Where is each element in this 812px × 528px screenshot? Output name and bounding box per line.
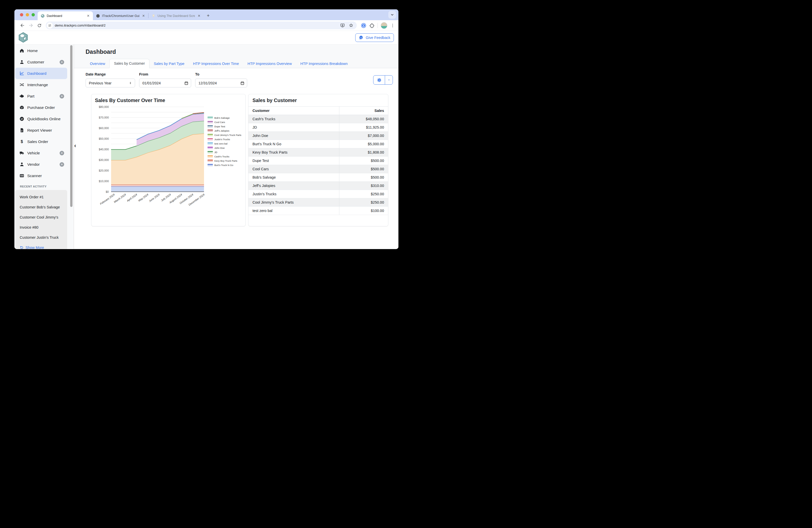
legend-item-justin-s-trucks[interactable]: Justin's Trucks (207, 138, 243, 141)
menu-kebab-icon[interactable] (390, 23, 395, 28)
tab-htp-impressions-overview[interactable]: HTP Impressions Overview (243, 59, 296, 68)
sidebar-item-scanner[interactable]: Scanner (15, 170, 67, 181)
profile-avatar[interactable] (381, 22, 387, 29)
svg-text:May 2024: May 2024 (137, 193, 149, 202)
address-bar[interactable]: demo.itrackpro.com/#/dashboard/2 (46, 22, 357, 29)
close-window-button[interactable] (20, 13, 23, 16)
table-row[interactable]: Kevy Boy Truck Parts$1,808.00 (248, 148, 388, 157)
dollar-icon: $ (19, 139, 24, 144)
new-tab-button[interactable]: + (207, 13, 209, 18)
sidebar-item-purchase-order[interactable]: Purchase Order (15, 102, 67, 113)
date-range-select[interactable]: Previous Year (86, 79, 135, 87)
add-plus-button[interactable]: + (60, 60, 64, 65)
table-row[interactable]: Cool Cars$500.00 (248, 165, 388, 173)
table-row[interactable]: Bob's Salvage$500.00 (248, 173, 388, 182)
customer-cell: Bob's Salvage (248, 173, 339, 182)
bookmark-star-icon[interactable] (348, 22, 354, 29)
legend-item-jd[interactable]: JD (207, 151, 243, 154)
legend-item-cool-jimmy-s-truck-parts[interactable]: Cool Jimmy's Truck Parts (207, 134, 243, 137)
close-tab-icon[interactable]: ✕ (141, 14, 146, 18)
sidebar-item-vendor[interactable]: Vendor+ (15, 159, 67, 170)
minimize-window-button[interactable] (26, 13, 29, 16)
reload-button[interactable] (35, 21, 44, 30)
sales-table: Customer Sales Cash's Trucks$48,050.00JD… (248, 106, 388, 215)
show-more-link[interactable]: Show More (15, 243, 67, 249)
onepassword-icon[interactable] (361, 23, 366, 28)
legend-swatch (207, 138, 213, 141)
recent-activity-item[interactable]: Work Order #1 (15, 192, 67, 202)
from-date-input[interactable]: 01/01/2024 (139, 79, 191, 87)
add-plus-button[interactable]: + (60, 151, 64, 155)
table-row[interactable]: Justin's Trucks$250.00 (248, 190, 388, 198)
legend-item-burt-s-truck-n-go[interactable]: Burt's Truck N Go (207, 164, 243, 167)
tab-htp-impressions-breakdown[interactable]: HTP Impressions Breakdown (296, 59, 352, 68)
forward-button[interactable] (27, 21, 35, 30)
to-date-input[interactable]: 12/31/2024 (195, 79, 247, 87)
give-feedback-button[interactable]: Give Feedback (355, 33, 394, 42)
column-header-sales[interactable]: Sales (339, 106, 388, 115)
tab-sales-by-part-type[interactable]: Sales by Part Type (149, 59, 189, 68)
itrack-logo[interactable] (18, 32, 29, 43)
tab-search-button[interactable] (388, 11, 396, 19)
tab-overview[interactable]: Overview (86, 59, 109, 68)
legend-item-dupe-test[interactable]: Dupe Test (207, 125, 243, 128)
sidebar-item-vehicle[interactable]: Vehicle+ (15, 147, 67, 159)
recent-activity-item[interactable]: Customer Bob's Salvage (15, 202, 67, 212)
chart-legend: Bob's SalvageCool CarsDupe TestJeff's Ja… (207, 116, 243, 167)
table-row[interactable]: JD$11,925.00 (248, 123, 388, 132)
recent-activity-title: RECENT ACTIVITY (20, 185, 74, 188)
sidebar-item-sales-order[interactable]: $Sales Order (15, 136, 67, 147)
legend-item-kevy-boy-truck-parts[interactable]: Kevy Boy Truck Parts (207, 159, 243, 162)
close-tab-icon[interactable]: ✕ (197, 14, 201, 18)
screen-background: Dashboard ✕ ITrack/Chromium/User Guide ✕… (0, 0, 406, 264)
table-row[interactable]: Dupe Test$500.00 (248, 157, 388, 165)
sidebar-item-dashboard[interactable]: Dashboard (15, 68, 67, 79)
sidebar-item-label: Scanner (27, 174, 42, 178)
sidebar-collapse-handle[interactable]: ‹ (74, 143, 76, 148)
column-header-customer[interactable]: Customer (248, 106, 339, 115)
add-plus-button[interactable]: + (60, 94, 64, 99)
site-settings-icon[interactable] (47, 23, 53, 29)
legend-swatch (207, 117, 213, 119)
settings-gear-button[interactable] (374, 75, 385, 84)
sidebar-item-customer[interactable]: Customer+ (15, 56, 67, 68)
legend-item-john-doe[interactable]: John Doe (207, 146, 243, 149)
table-row[interactable]: test zero bal$100.00 (248, 206, 388, 215)
browser-tab-dashboard[interactable]: Dashboard ✕ (38, 11, 93, 20)
add-plus-button[interactable]: + (60, 162, 64, 167)
legend-item-cash-s-trucks[interactable]: Cash's Trucks (207, 155, 243, 158)
table-row[interactable]: Burt's Truck N Go$5,000.00 (248, 140, 388, 148)
legend-item-jeff-s-jalopies[interactable]: Jeff's Jalopies (207, 129, 243, 132)
recent-activity-item[interactable]: Customer Justin's Truck (15, 232, 67, 243)
sidebar-item-home[interactable]: Home (15, 45, 67, 56)
legend-item-test-zero-bal[interactable]: test zero bal (207, 142, 243, 145)
sidebar-item-interchange[interactable]: Interchange (15, 79, 67, 90)
zoom-window-button[interactable] (32, 13, 35, 16)
table-row[interactable]: Cool Jimmy's Truck Parts$250.00 (248, 198, 388, 206)
sidebar-scrollbar-thumb[interactable] (70, 45, 72, 207)
settings-dropdown-button[interactable] (385, 75, 393, 84)
install-app-icon[interactable] (339, 22, 346, 29)
legend-item-cool-cars[interactable]: Cool Cars (207, 121, 243, 124)
table-row[interactable]: John Doe$7,000.00 (248, 132, 388, 140)
sidebar-item-quickbooks-online[interactable]: qbQuickBooks Online (15, 113, 67, 125)
back-button[interactable] (18, 21, 27, 30)
tab-title: ITrack/Chromium/User Guide (102, 14, 140, 18)
extensions-puzzle-icon[interactable] (369, 23, 374, 28)
sidebar-item-report-viewer[interactable]: Report Viewer (15, 125, 67, 136)
legend-item-bob-s-salvage[interactable]: Bob's Salvage (207, 116, 243, 119)
table-row[interactable]: Jeff's Jalopies$310.00 (248, 182, 388, 190)
tab-htp-impressions-over-time[interactable]: HTP Impressions Over Time (189, 59, 243, 68)
sidebar-item-label: Dashboard (27, 71, 46, 76)
tab-sales-by-customer[interactable]: Sales by Customer (109, 59, 149, 68)
recent-activity-item[interactable]: Customer Cool Jimmy's (15, 212, 67, 222)
caret-down-icon (387, 78, 391, 82)
browser-tab-user-guide[interactable]: ITrack/Chromium/User Guide ✕ (93, 11, 148, 20)
url-text[interactable]: demo.itrackpro.com/#/dashboard/2 (55, 24, 337, 27)
recent-activity-item[interactable]: Invoice #80 (15, 222, 67, 232)
close-tab-icon[interactable]: ✕ (86, 14, 90, 18)
legend-label: test zero bal (214, 142, 228, 145)
sidebar-item-part[interactable]: Part+ (15, 90, 67, 102)
browser-tab-dashboard-help[interactable]: Using The Dashboard Screen ✕ (148, 11, 204, 20)
table-row[interactable]: Cash's Trucks$48,050.00 (248, 115, 388, 123)
